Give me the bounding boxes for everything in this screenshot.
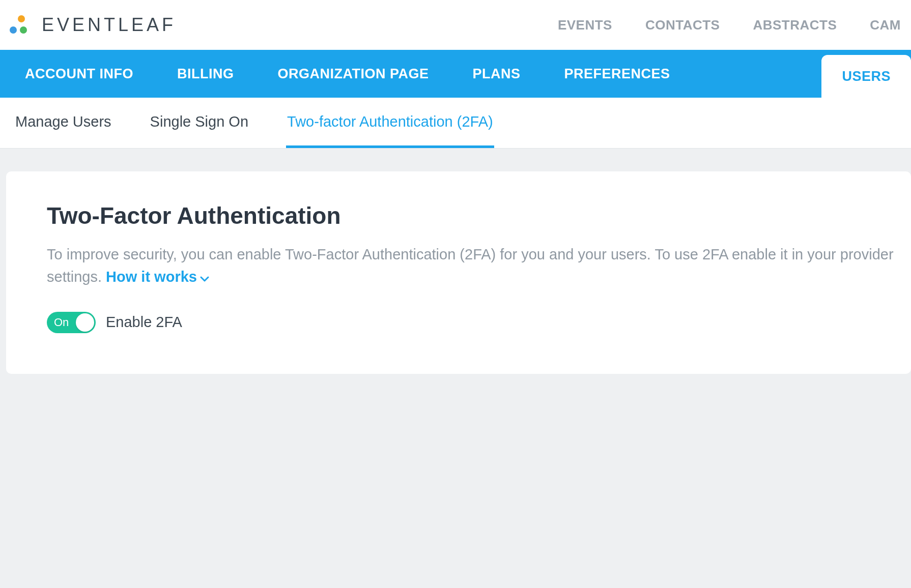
- sub-nav-users[interactable]: USERS: [821, 55, 911, 98]
- enable-2fa-label: Enable 2FA: [106, 314, 182, 331]
- sub-nav-billing[interactable]: BILLING: [170, 50, 241, 98]
- toggle-knob: [76, 313, 94, 332]
- sub-nav-account-info[interactable]: ACCOUNT INFO: [18, 50, 140, 98]
- top-nav: EVENTS CONTACTS ABSTRACTS CAM: [558, 17, 911, 33]
- sub-nav-organization-page[interactable]: ORGANIZATION PAGE: [270, 50, 436, 98]
- brand-name: EVENTLEAF: [42, 14, 176, 36]
- toggle-state-label: On: [54, 316, 69, 329]
- sub-nav-preferences[interactable]: PREFERENCES: [557, 50, 677, 98]
- logo-icon: [8, 14, 29, 36]
- how-it-works-label: How it works: [106, 269, 197, 285]
- card-title: Two-Factor Authentication: [47, 202, 911, 229]
- how-it-works-link[interactable]: How it works: [106, 269, 209, 285]
- top-header: EVENTLEAF EVENTS CONTACTS ABSTRACTS CAM: [0, 0, 911, 50]
- top-nav-events[interactable]: EVENTS: [558, 17, 612, 33]
- card-description: To improve security, you can enable Two-…: [47, 244, 911, 289]
- sub-nav-plans[interactable]: PLANS: [465, 50, 527, 98]
- tab-manage-users[interactable]: Manage Users: [14, 98, 112, 148]
- users-tertiary-nav: Manage Users Single Sign On Two-factor A…: [0, 98, 911, 149]
- chevron-down-icon: [200, 267, 209, 289]
- tab-two-factor-auth[interactable]: Two-factor Authentication (2FA): [286, 98, 494, 148]
- top-nav-contacts[interactable]: CONTACTS: [645, 17, 720, 33]
- twofa-card: Two-Factor Authentication To improve sec…: [6, 171, 911, 374]
- tab-single-sign-on[interactable]: Single Sign On: [149, 98, 249, 148]
- enable-2fa-row: On Enable 2FA: [47, 312, 911, 333]
- top-nav-cam[interactable]: CAM: [870, 17, 901, 33]
- enable-2fa-toggle[interactable]: On: [47, 312, 96, 333]
- content-area: Two-Factor Authentication To improve sec…: [0, 149, 911, 374]
- account-sub-nav: ACCOUNT INFO BILLING ORGANIZATION PAGE P…: [0, 50, 911, 98]
- brand-logo[interactable]: EVENTLEAF: [8, 14, 176, 36]
- top-nav-abstracts[interactable]: ABSTRACTS: [753, 17, 837, 33]
